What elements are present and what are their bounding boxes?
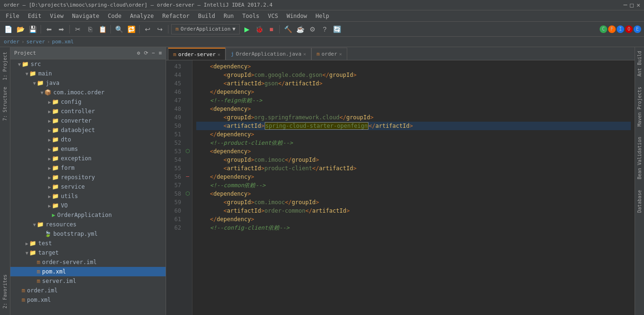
tree-package[interactable]: ▼ 📦 com.imooc.order	[10, 88, 166, 97]
forward-btn[interactable]: ➡	[56, 24, 67, 34]
menu-tools[interactable]: Tools	[239, 12, 263, 20]
tab-order-server[interactable]: m order-server ✕	[168, 48, 226, 60]
gear-icon[interactable]: ⚙	[137, 50, 140, 56]
tree-root-pom[interactable]: ▶ m pom.xml	[10, 295, 166, 305]
undo-btn[interactable]: ↩	[142, 24, 153, 34]
menu-edit[interactable]: Edit	[24, 12, 45, 20]
replace-btn[interactable]: 🔁	[126, 24, 136, 34]
maximize-btn[interactable]: □	[630, 1, 634, 8]
tree-vo[interactable]: ▶ 📁 VO	[10, 201, 166, 210]
tab-close-order-app[interactable]: ✕	[303, 51, 306, 57]
tree-form[interactable]: ▶ 📁 form	[10, 163, 166, 173]
menu-analyze[interactable]: Analyze	[126, 12, 158, 20]
settings-btn[interactable]: ⚙	[307, 24, 318, 34]
tree-resources[interactable]: ▼ 📁 resources	[10, 220, 166, 229]
sdk-btn[interactable]: ☕	[295, 24, 305, 34]
right-tab-database[interactable]: Database	[635, 186, 644, 216]
gutter-run-53[interactable]: ⬡	[184, 147, 191, 156]
tree-server-iml[interactable]: ▶ m server.iml	[10, 276, 166, 286]
tree-test[interactable]: ▶ 📁 test	[10, 239, 166, 248]
collapse-icon[interactable]: −	[152, 50, 155, 56]
cut-btn[interactable]: ✂	[73, 24, 83, 34]
menu-vcs[interactable]: VCS	[264, 12, 282, 20]
tree-exception[interactable]: ▶ 📁 exception	[10, 154, 166, 163]
menu-build[interactable]: Build	[194, 12, 219, 20]
tree-main[interactable]: ▼ 📁 main	[10, 69, 166, 78]
debug-btn[interactable]: 🐞	[254, 24, 264, 34]
menu-code[interactable]: Code	[104, 12, 125, 20]
tree-dataobject[interactable]: ▶ 📁 dataobject	[10, 125, 166, 135]
help-icon-btn[interactable]: ?	[319, 24, 330, 34]
ie-icon: I	[617, 25, 624, 33]
save-btn[interactable]: 💾	[27, 24, 38, 34]
tree-repository[interactable]: ▶ 📁 repository	[10, 173, 166, 182]
folder-icon: 📁	[37, 221, 44, 228]
menu-refactor[interactable]: Refactor	[159, 12, 193, 20]
editor-tabs: m order-server ✕ j OrderApplication.java…	[166, 47, 635, 60]
breadcrumb-pom[interactable]: pom.xml	[52, 39, 74, 45]
code-editor: 43 44 45 46 47 48 49 50 51 52 53 54 55 5…	[166, 60, 635, 315]
tree-config[interactable]: ▶ 📁 config	[10, 97, 166, 107]
tab-close-order[interactable]: ✕	[339, 51, 342, 57]
chrome-icon: C	[600, 25, 607, 33]
redo-btn[interactable]: ↪	[155, 24, 165, 34]
paste-btn[interactable]: 📋	[97, 24, 108, 34]
tree-order-server-iml[interactable]: ▶ m order-server.iml	[10, 257, 166, 267]
right-tab-ant-build[interactable]: Ant Build	[635, 47, 644, 80]
menu-view[interactable]: View	[46, 12, 67, 20]
tab-close-order-server[interactable]: ✕	[217, 52, 220, 57]
tree-src[interactable]: ▼ 📁 src	[10, 59, 166, 69]
run-config-icon: m	[176, 26, 179, 32]
sync-icon[interactable]: ⟳	[144, 50, 148, 56]
run-btn[interactable]: ▶	[242, 24, 252, 34]
update-btn[interactable]: 🔄	[332, 24, 342, 34]
right-sidebar: Ant Build Maven Projects Bean Validation…	[635, 47, 644, 315]
menu-window[interactable]: Window	[283, 12, 310, 20]
copy-btn[interactable]: ⎘	[85, 24, 95, 34]
tree-enums[interactable]: ▶ 📁 enums	[10, 144, 166, 154]
close-btn[interactable]: ✕	[636, 1, 640, 8]
find-btn[interactable]: 🔍	[114, 24, 124, 34]
folder-icon: 📁	[52, 174, 59, 181]
tab-order-application[interactable]: j OrderApplication.java ✕	[226, 48, 311, 60]
tree-bootstrap[interactable]: ▶ 🍃 bootstrap.yml	[10, 229, 166, 239]
breadcrumb-order[interactable]: order	[4, 39, 19, 45]
minimize-btn[interactable]: ─	[624, 1, 627, 8]
menu-navigate[interactable]: Navigate	[68, 12, 103, 20]
left-sidebar-tabs: 1: Project 7: Structure 2: Favorites	[0, 47, 10, 315]
menu-help[interactable]: Help	[312, 12, 333, 20]
title-bar-controls[interactable]: ─ □ ✕	[624, 1, 640, 8]
right-tab-bean[interactable]: Bean Validation	[635, 133, 644, 183]
run-config-dropdown[interactable]: m OrderApplication ▼	[171, 24, 240, 34]
tab-structure[interactable]: 7: Structure	[1, 84, 8, 124]
new-btn[interactable]: 📄	[3, 24, 13, 34]
right-tab-maven[interactable]: Maven Projects	[635, 83, 644, 130]
open-btn[interactable]: 📂	[15, 24, 25, 34]
tree-converter[interactable]: ▶ 📁 converter	[10, 116, 166, 125]
folder-icon: 📁	[52, 146, 59, 152]
tree-order-iml[interactable]: ▶ m order.iml	[10, 286, 166, 295]
tab-project[interactable]: 1: Project	[1, 49, 8, 83]
stop-btn[interactable]: ■	[266, 24, 276, 34]
settings-icon[interactable]: ≡	[159, 50, 162, 56]
tree-service[interactable]: ▶ 📁 service	[10, 182, 166, 191]
back-btn[interactable]: ⬅	[44, 24, 54, 34]
menu-file[interactable]: File	[2, 12, 23, 20]
gutter-run-58[interactable]: ⬡	[184, 190, 191, 198]
tree-controller[interactable]: ▶ 📁 controller	[10, 107, 166, 116]
folder-icon: 📁	[52, 99, 59, 105]
tree-dto[interactable]: ▶ 📁 dto	[10, 135, 166, 144]
project-label: Project	[14, 50, 36, 56]
tree-utils[interactable]: ▶ 📁 utils	[10, 191, 166, 201]
tree-pom-xml[interactable]: ▶ m pom.xml	[10, 267, 166, 276]
breadcrumb-server[interactable]: server	[26, 39, 45, 45]
tree-java[interactable]: ▼ 📁 java	[10, 78, 166, 88]
tab-order[interactable]: m order ✕	[311, 48, 347, 60]
code-content[interactable]: <dependency> <groupId>com.google.code.gs…	[192, 60, 635, 315]
gutter-col: ⬡ ─ ⬡	[183, 60, 192, 315]
tab-favorites[interactable]: 2: Favorites	[1, 272, 8, 311]
tree-order-application[interactable]: ▶ ▶ OrderApplication	[10, 210, 166, 220]
tree-target[interactable]: ▼ 📁 target	[10, 248, 166, 257]
menu-run[interactable]: Run	[220, 12, 238, 20]
build-btn[interactable]: 🔨	[283, 24, 293, 34]
